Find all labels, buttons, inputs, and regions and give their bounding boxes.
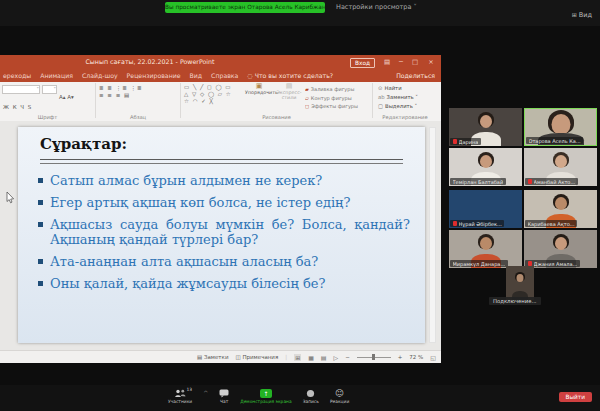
bullet-text: Ақшасыз сауда болуы мүмкін бе? Болса, қа… — [50, 217, 410, 247]
bullet-marker — [38, 222, 43, 227]
participant-name: Мирамкүл Данара... — [453, 261, 506, 267]
view-settings-dropdown[interactable]: Настройки просмотра ˅ — [336, 3, 417, 11]
shapes-gallery[interactable]: ▭ ╲ ╱ ◻ ◯ ▭ △ ▽ ◇ ◯ ▱ ☆ ☆ ◠ ✓ ╳ — [183, 84, 241, 105]
list-icons[interactable]: ≣ ≣ ⋮≣ ⋮≣ — [99, 85, 180, 91]
align-icons[interactable]: ≡ ≡ ≡ ▤ — [99, 92, 180, 98]
find-label: Найти — [384, 85, 401, 91]
sign-in-button[interactable]: Вход — [350, 58, 375, 68]
maximize-button[interactable]: □ — [409, 55, 421, 69]
tab-view[interactable]: Вид — [190, 72, 203, 79]
font-size-combobox[interactable]: ˅ — [42, 85, 57, 94]
notes-button[interactable]: ▤ Заметки — [197, 354, 228, 360]
drawing-group-label: Рисование — [181, 114, 372, 120]
avatar — [480, 237, 492, 250]
zoom-level[interactable]: 72 % — [409, 354, 423, 360]
font-group-label: Шрифт — [0, 114, 95, 120]
select-button[interactable]: ▢Выделить ˅ — [373, 102, 437, 111]
participant-name: Темірлан Балтабай — [453, 179, 504, 185]
normal-view-button[interactable]: ⊞ — [294, 354, 301, 361]
chevron-up-icon[interactable]: ^ — [203, 389, 208, 396]
avatar — [555, 197, 567, 210]
zoom-top-bar: Вы просматриваете экран Отарова Асель Ка… — [0, 0, 600, 26]
slide-vertical-scrollbar[interactable] — [429, 127, 436, 343]
tell-me-search[interactable]: ◌Что вы хотите сделать? — [247, 72, 333, 79]
share-screen-label: Демонстрация экрана — [240, 399, 291, 404]
participant-tile-video-off[interactable]: Нұрай Әбірбек... — [449, 190, 522, 228]
people-icon — [174, 389, 186, 398]
fit-slide-button[interactable]: ◱ — [430, 354, 436, 361]
view-button[interactable]: ⊞Вид — [572, 11, 592, 19]
reactions-button[interactable]: ☺ Реакции — [330, 388, 349, 404]
participant-tile[interactable]: Темірлан Балтабай — [449, 148, 522, 186]
participant-name: Карибаева Ақто... — [528, 221, 575, 227]
quick-styles-button[interactable]: ▤Экспресс-стили — [275, 84, 303, 101]
tab-review[interactable]: Рецензирование — [127, 72, 181, 79]
reactions-label: Реакции — [330, 399, 349, 404]
ppt-ribbon-tabs: ереходы Анимация Слайд-шоу Рецензировани… — [0, 69, 441, 82]
ppt-ribbon: ˅˅А▴ А▾ Ж К Ч S Шрифт ≣ ≣ ⋮≣ ⋮≣ ≡ ≡ ≡ ▤ … — [0, 82, 441, 122]
share-screen-icon: ↑ — [260, 389, 272, 398]
ppt-share-button[interactable]: Поделиться — [396, 72, 441, 79]
zoom-bottom-toolbar: 13 Участники ^ Чат ↑ Демонстрация экрана… — [0, 385, 600, 411]
comments-icon: ◫ — [235, 354, 240, 360]
participant-tile[interactable]: Карибаева Ақто... — [524, 190, 597, 228]
reading-view-button[interactable]: ▤ — [321, 354, 327, 361]
notes-icon: ▤ — [197, 354, 202, 360]
shape-effects-button[interactable]: ◻Эффекты фигуры — [305, 102, 371, 111]
tab-animation[interactable]: Анимация — [40, 72, 73, 79]
zoom-in-button[interactable]: + — [398, 354, 403, 360]
screen-share-button[interactable]: ↑ Демонстрация экрана — [240, 388, 291, 404]
avatar — [555, 237, 567, 250]
zoom-slider-thumb[interactable] — [372, 354, 375, 360]
participant-tile[interactable]: Джания Амала... — [524, 230, 597, 268]
font-name-combobox[interactable]: ˅ — [2, 85, 40, 94]
shape-fill-label: Заливка фигуры — [311, 86, 355, 92]
shape-fill-icon: ▰ — [305, 86, 309, 92]
exit-button[interactable]: Выйти — [559, 392, 592, 402]
ribbon-display-options-icon[interactable]: ▤ — [381, 55, 393, 69]
slide-bullet-list: Сатып алмас бұрын алдымен не керек? Егер… — [38, 173, 410, 298]
select-label: Выделить ˅ — [385, 103, 417, 109]
minimize-button[interactable]: ─ — [395, 55, 407, 69]
shapes-row-icons: ▭ ╲ ╱ ◻ ◯ ▭ — [184, 84, 241, 91]
zoom-out-button[interactable]: − — [345, 354, 350, 360]
tab-slideshow[interactable]: Слайд-шоу — [82, 72, 118, 79]
shape-format-buttons: ▰Заливка фигуры ▱Контур фигуры ◻Эффекты … — [305, 85, 371, 111]
find-button[interactable]: ⊙Найти — [373, 84, 437, 93]
shape-fill-button[interactable]: ▰Заливка фигуры — [305, 85, 371, 94]
powerpoint-window: Сынып сағаты, 22.02.2021 - PowerPoint Вх… — [0, 55, 441, 363]
grow-shrink-font-icons[interactable]: А▴ А▾ — [59, 94, 74, 100]
participant-tile[interactable]: Аманбай Акто... — [524, 148, 597, 186]
participant-tile-connecting[interactable] — [506, 266, 534, 300]
participants-label: Участники — [168, 399, 192, 404]
avatar — [555, 155, 567, 168]
arrange-button[interactable]: ▣Упорядочить — [245, 84, 273, 95]
shape-outline-button[interactable]: ▱Контур фигуры — [305, 94, 371, 103]
slide-canvas[interactable]: Сұрақтар: Сатып алмас бұрын алдымен не к… — [18, 127, 425, 343]
tab-help[interactable]: Справка — [211, 72, 238, 79]
replace-label: Заменить ˅ — [387, 94, 418, 100]
record-button[interactable]: Запись — [303, 388, 319, 404]
zoom-slider[interactable] — [357, 357, 391, 358]
tab-transitions[interactable]: ереходы — [3, 72, 31, 79]
bullet-item: Оны қалай, қайда жұмсауды білесің бе? — [38, 276, 410, 291]
chat-button[interactable]: Чат — [219, 388, 229, 404]
tell-me-label: Что вы хотите сделать? — [255, 72, 333, 79]
participant-nametag: Карибаева Ақто... — [525, 220, 577, 227]
participant-nametag: Нұрай Әбірбек... — [450, 220, 504, 227]
participant-video — [506, 266, 534, 300]
participant-tile[interactable]: Дарина — [449, 108, 522, 146]
font-style-icons[interactable]: Ж К Ч S — [3, 104, 95, 110]
comments-button[interactable]: ◫ Примечания — [235, 354, 278, 360]
participants-button[interactable]: 13 Участники — [168, 388, 192, 404]
participant-tile[interactable]: Мирамкүл Данара... — [449, 230, 522, 268]
bullet-text: Егер артық ақшаң көп болса, не істер еді… — [50, 195, 350, 210]
close-button[interactable]: × — [425, 55, 437, 69]
slideshow-view-button[interactable]: ▷ — [334, 354, 339, 361]
participant-tile-active-speaker[interactable]: Отарова Асель Ка... — [524, 108, 597, 146]
participant-name: Аманбай Акто... — [534, 179, 576, 185]
shapes-row-icons: ☆ ◠ ✓ ╳ — [184, 98, 241, 105]
replace-button[interactable]: abЗаменить ˅ — [373, 93, 437, 102]
bullet-item: Егер артық ақшаң көп болса, не істер еді… — [38, 195, 410, 210]
slide-sorter-view-button[interactable]: ▦ — [308, 354, 314, 361]
